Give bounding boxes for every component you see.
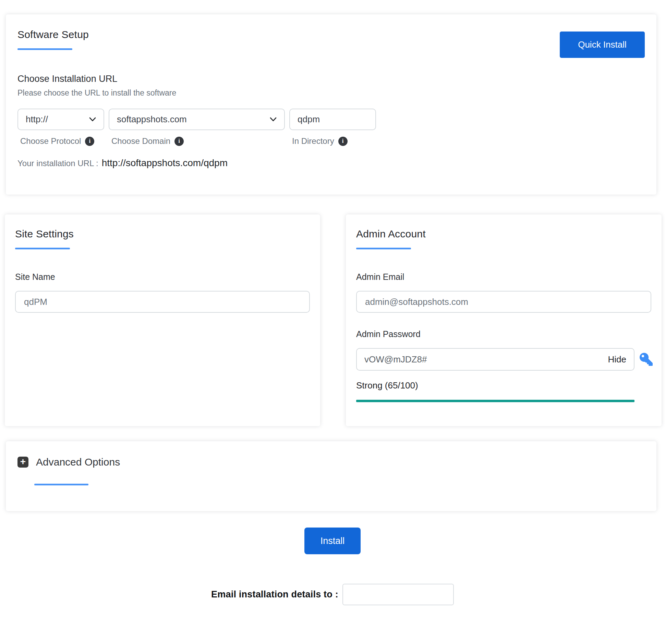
password-strength-fill: [356, 400, 634, 402]
chevron-down-icon: [270, 117, 277, 122]
admin-password-label: Admin Password: [356, 329, 651, 339]
installation-url-value: http://softappshots.com/qdpm: [102, 158, 228, 169]
software-setup-header: Software Setup Quick Install: [17, 29, 645, 58]
installation-url-row: http:// softappshots.com: [17, 109, 645, 130]
password-strength-text: Strong (65/100): [356, 380, 651, 391]
protocol-label: Choose Protocol: [20, 136, 81, 146]
site-settings-title: Site Settings: [15, 228, 310, 239]
chevron-down-icon: [89, 117, 96, 122]
email-details-row: Email installation details to :: [0, 584, 665, 605]
software-setup-title-block: Software Setup: [17, 29, 89, 50]
admin-password-field-wrap: Hide: [356, 348, 634, 371]
advanced-options-header[interactable]: + Advanced Options: [17, 456, 645, 468]
quick-install-button[interactable]: Quick Install: [560, 32, 645, 58]
domain-select-value: softappshots.com: [117, 114, 187, 125]
url-field-labels-row: Choose Protocol i Choose Domain i In Dir…: [17, 136, 645, 146]
protocol-select[interactable]: http://: [17, 109, 104, 130]
domain-select[interactable]: softappshots.com: [109, 109, 285, 130]
info-icon[interactable]: i: [174, 137, 184, 146]
info-icon[interactable]: i: [85, 137, 94, 146]
settings-cards-row: Site Settings Site Name Admin Account Ad…: [5, 214, 665, 426]
protocol-select-value: http://: [26, 114, 48, 125]
admin-account-card: Admin Account Admin Email Admin Password…: [346, 214, 662, 426]
title-underline: [15, 248, 70, 249]
info-icon[interactable]: i: [338, 137, 348, 146]
choose-url-subtitle: Please choose the URL to install the sof…: [17, 88, 645, 98]
directory-input[interactable]: [298, 114, 368, 125]
email-details-label: Email installation details to :: [211, 589, 338, 600]
directory-label-group: In Directory i: [289, 136, 376, 146]
admin-password-row: Hide: [356, 348, 651, 371]
software-setup-title: Software Setup: [17, 29, 89, 40]
advanced-options-title: Advanced Options: [36, 456, 120, 468]
admin-password-input[interactable]: [364, 354, 603, 365]
site-settings-card: Site Settings Site Name: [5, 214, 320, 426]
key-icon: [640, 353, 653, 366]
installation-url-label: Your installation URL :: [17, 159, 98, 168]
choose-url-heading: Choose Installation URL: [17, 74, 645, 84]
protocol-label-group: Choose Protocol i: [17, 136, 109, 146]
domain-label-group: Choose Domain i: [109, 136, 289, 146]
title-underline: [356, 248, 411, 249]
directory-label: In Directory: [292, 136, 334, 146]
expand-plus-icon[interactable]: +: [17, 457, 28, 468]
site-name-label: Site Name: [15, 272, 310, 282]
admin-account-title: Admin Account: [356, 228, 651, 239]
advanced-options-card: + Advanced Options: [6, 441, 656, 511]
generate-password-button[interactable]: [639, 352, 653, 366]
title-underline: [17, 48, 72, 50]
admin-email-label: Admin Email: [356, 272, 651, 282]
password-strength-bar: [356, 400, 634, 402]
install-button[interactable]: Install: [304, 528, 361, 554]
title-underline: [34, 484, 88, 485]
password-hide-toggle[interactable]: Hide: [608, 354, 626, 365]
email-details-input[interactable]: [342, 584, 454, 605]
admin-email-input[interactable]: [356, 291, 651, 313]
installation-url-line: Your installation URL : http://softappsh…: [17, 158, 645, 169]
directory-field-wrap: [289, 109, 376, 130]
software-setup-card: Software Setup Quick Install Choose Inst…: [6, 14, 656, 195]
site-name-input[interactable]: [15, 291, 310, 313]
domain-label: Choose Domain: [111, 136, 170, 146]
